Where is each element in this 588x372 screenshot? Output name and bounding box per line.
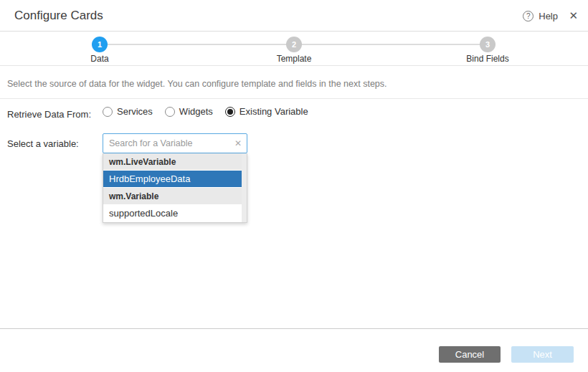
dialog-title: Configure Cards <box>14 9 103 23</box>
radio-services[interactable]: Services <box>103 106 153 117</box>
radio-widgets-circle[interactable] <box>165 107 175 117</box>
cancel-button[interactable]: Cancel <box>439 346 501 363</box>
step-bind-fields[interactable]: 3 Bind Fields <box>445 32 531 64</box>
help-icon[interactable]: ? <box>523 11 534 22</box>
close-icon[interactable]: ✕ <box>569 0 578 32</box>
step-data[interactable]: 1 Data <box>57 32 143 64</box>
variable-search-input[interactable] <box>103 134 247 153</box>
radio-services-label: Services <box>117 106 153 117</box>
dropdown-scrollbar[interactable] <box>242 153 247 222</box>
next-button[interactable]: Next <box>511 346 574 363</box>
step-template-number: 2 <box>286 37 302 52</box>
dropdown-item-wm-variable[interactable]: wm.Variable <box>103 188 242 205</box>
dropdown-item-wm-livevariable[interactable]: wm.LiveVariable <box>103 153 242 171</box>
retrieve-data-from-label: Retrieve Data From: <box>7 109 91 120</box>
clear-search-icon[interactable]: ✕ <box>234 139 242 148</box>
help-link[interactable]: Help <box>539 11 558 22</box>
retrieve-source-radio-group: Services Widgets Existing Variable <box>103 106 308 117</box>
select-variable-label: Select a variable: <box>7 138 79 149</box>
radio-widgets-label: Widgets <box>179 106 213 117</box>
dropdown-item-supportedlocale[interactable]: supportedLocale <box>103 205 242 222</box>
variable-dropdown: wm.LiveVariable HrdbEmployeeData wm.Vari… <box>103 153 247 223</box>
wizard-stepper: 1 Data 2 Template 3 Bind Fields <box>0 32 588 66</box>
step-data-number: 1 <box>92 37 108 52</box>
radio-services-circle[interactable] <box>103 107 113 117</box>
configure-cards-dialog: Configure Cards ? Help ✕ 1 Data 2 Templa… <box>0 0 588 372</box>
radio-existing-variable[interactable]: Existing Variable <box>225 106 308 117</box>
radio-widgets[interactable]: Widgets <box>165 106 213 117</box>
dropdown-item-hrdbemployeedata[interactable]: HrdbEmployeeData <box>103 171 242 188</box>
step-template[interactable]: 2 Template <box>251 32 337 64</box>
step-bind-fields-number: 3 <box>480 37 495 52</box>
radio-existing-variable-label: Existing Variable <box>240 106 308 117</box>
variable-search-box: ✕ <box>103 133 247 153</box>
footer-divider <box>0 328 588 329</box>
instruction-text: Select the source of data for the widget… <box>7 79 581 89</box>
step-template-label: Template <box>251 54 337 64</box>
radio-existing-variable-circle[interactable] <box>225 107 235 117</box>
dialog-header: Configure Cards ? Help ✕ <box>0 0 588 32</box>
instruction-divider <box>0 98 588 99</box>
header-actions: ? Help ✕ <box>523 0 558 32</box>
step-bind-fields-label: Bind Fields <box>445 54 531 64</box>
step-data-label: Data <box>57 54 143 64</box>
